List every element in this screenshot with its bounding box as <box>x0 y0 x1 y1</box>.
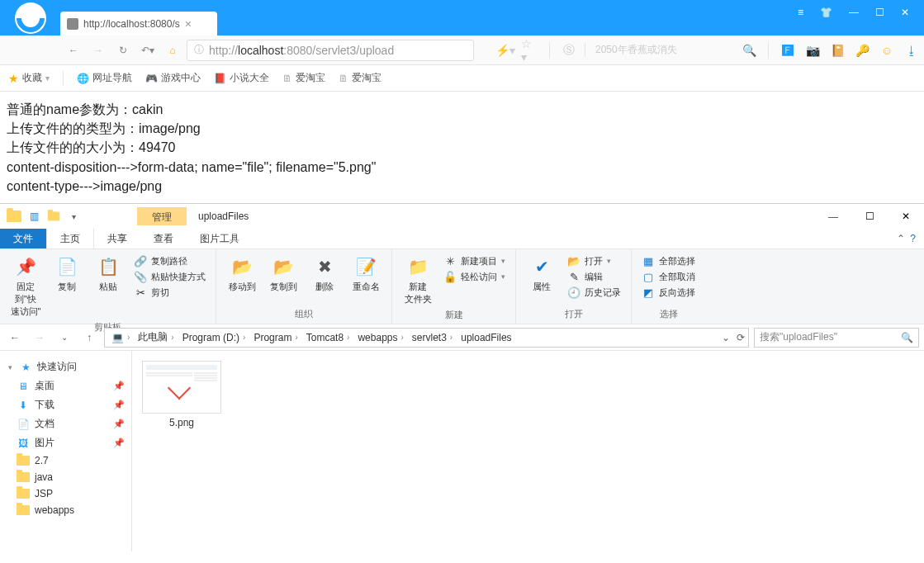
qat-dropdown-icon[interactable]: ▾ <box>64 207 83 225</box>
copy-to-button[interactable]: 📂复制到 <box>264 253 302 295</box>
page-favicon <box>67 18 78 30</box>
desktop-icon: 🖥 <box>17 381 30 392</box>
tab-view[interactable]: 查看 <box>140 229 187 248</box>
breadcrumb-item[interactable]: Tomcat8› <box>303 332 353 343</box>
explorer-maximize-icon[interactable]: ☐ <box>851 205 888 228</box>
note-icon[interactable]: 📔 <box>828 41 846 59</box>
tab-picture-tools[interactable]: 图片工具 <box>187 229 253 248</box>
site-info-icon[interactable]: ⓘ <box>194 43 204 57</box>
tab-home[interactable]: 主页 <box>46 229 94 248</box>
explorer-minimize-icon[interactable]: — <box>815 205 851 228</box>
history-icon: 🕘 <box>567 286 580 299</box>
explorer-up-button[interactable]: ↑ <box>79 328 99 348</box>
menu-icon[interactable]: ≡ <box>798 7 803 18</box>
select-all-button[interactable]: ▦全部选择 <box>642 254 695 267</box>
skin-icon[interactable]: 👕 <box>820 7 832 18</box>
context-tab-manage[interactable]: 管理 <box>137 207 187 225</box>
nav-folder-java[interactable]: java <box>3 469 128 485</box>
explorer-recent-button[interactable]: ⌄ <box>54 328 74 348</box>
qat-new-icon[interactable] <box>45 207 63 225</box>
cut-button[interactable]: ✂剪切 <box>134 286 206 299</box>
browser-tab[interactable]: http://localhost:8080/s × <box>60 12 217 35</box>
translate-icon[interactable]: 🅵 <box>779 41 797 59</box>
speed-icon[interactable]: ⚡▾ <box>496 41 514 59</box>
breadcrumb-item[interactable]: servlet3› <box>409 332 456 343</box>
maximize-icon[interactable]: ☐ <box>875 7 884 18</box>
rename-button[interactable]: 📝重命名 <box>347 253 385 295</box>
nav-downloads[interactable]: ⬇下载📌 <box>3 395 128 414</box>
nav-documents[interactable]: 📄文档📌 <box>3 414 128 433</box>
screenshot-icon[interactable]: 📷 <box>803 41 822 59</box>
explorer-search-box[interactable]: 搜索"uploadFiles" 🔍 <box>754 328 919 348</box>
paste-button[interactable]: 📋粘贴 <box>89 253 127 295</box>
explorer-close-icon[interactable]: ✕ <box>888 205 924 228</box>
help-icon[interactable]: ? <box>910 233 916 244</box>
bookmark-taobao2[interactable]: 🗎爱淘宝 <box>339 71 381 85</box>
restore-button[interactable]: ↶▾ <box>137 40 159 61</box>
sogou-icon[interactable]: Ⓢ <box>560 41 578 59</box>
search-box[interactable]: 2050年香蕉或消失 <box>585 43 733 57</box>
favorites-button[interactable]: ★收藏▾ <box>8 71 50 85</box>
pin-quickaccess-button[interactable]: 📌固定到"快 速访问" <box>7 253 45 319</box>
breadcrumb-item[interactable]: uploadFiles <box>457 332 514 343</box>
properties-button[interactable]: ✔属性 <box>523 253 561 295</box>
search-icon[interactable]: 🔍 <box>740 41 758 59</box>
file-item[interactable]: 5.png <box>142 361 221 428</box>
paste-shortcut-button[interactable]: 📎粘贴快捷方式 <box>134 270 206 283</box>
breadcrumb-item[interactable]: Program (D:)› <box>179 332 249 343</box>
delete-button[interactable]: ✖删除 <box>306 253 344 295</box>
page-icon: 🗎 <box>339 73 348 84</box>
move-to-button[interactable]: 📂移动到 <box>223 253 261 295</box>
breadcrumb[interactable]: 💻› 此电脑› Program (D:)› Program› Tomcat8› … <box>104 328 749 348</box>
home-button[interactable]: ⌂ <box>162 40 183 61</box>
tab-close-icon[interactable]: × <box>185 17 192 31</box>
file-name: 5.png <box>169 417 194 428</box>
shortcut-icon: 📎 <box>134 270 147 283</box>
bookmark-game[interactable]: 🎮游戏中心 <box>145 71 201 85</box>
collapse-ribbon-icon[interactable]: ⌃ <box>897 233 905 244</box>
bookmark-nav[interactable]: 🌐网址导航 <box>77 71 132 85</box>
tab-share[interactable]: 共享 <box>94 229 140 248</box>
breadcrumb-item[interactable]: Program› <box>250 332 301 343</box>
invert-selection-button[interactable]: ◩反向选择 <box>642 286 695 299</box>
favorite-icon[interactable]: ☆ ▾ <box>521 41 539 59</box>
breadcrumb-item[interactable]: webapps› <box>354 332 406 343</box>
nav-desktop[interactable]: 🖥桌面📌 <box>3 376 128 395</box>
reload-button[interactable]: ↻ <box>112 40 134 61</box>
download-icon[interactable]: ⭳ <box>903 41 921 59</box>
folder-icon <box>17 471 30 483</box>
ribbon-tabs: 文件 主页 共享 查看 图片工具 ⌃? <box>0 229 924 248</box>
refresh-icon[interactable]: ⟳ <box>737 332 745 343</box>
copy-path-button[interactable]: 🔗复制路径 <box>134 254 206 267</box>
history-button[interactable]: 🕘历史记录 <box>567 286 621 299</box>
breadcrumb-dropdown-icon[interactable]: ⌄ <box>722 332 730 343</box>
nav-quick-access[interactable]: ★快速访问 <box>3 357 128 376</box>
qat-folder-icon[interactable] <box>5 207 23 225</box>
new-folder-button[interactable]: 📁新建 文件夹 <box>399 253 437 307</box>
tab-file[interactable]: 文件 <box>0 229 46 248</box>
close-icon[interactable]: ✕ <box>901 7 909 18</box>
bookmark-novel[interactable]: 📕小说大全 <box>214 71 269 85</box>
search-icon[interactable]: 🔍 <box>901 332 913 343</box>
minimize-icon[interactable]: — <box>849 7 859 18</box>
open-button[interactable]: 📂打开 ▾ <box>567 254 621 267</box>
nav-folder-webapps[interactable]: webapps <box>3 502 128 518</box>
copyto-icon: 📂 <box>271 254 296 279</box>
bookmark-taobao1[interactable]: 🗎爱淘宝 <box>282 71 325 85</box>
nav-pictures[interactable]: 🖼图片📌 <box>3 433 128 452</box>
copy-button[interactable]: 📄复制 <box>48 253 86 295</box>
easy-access-button[interactable]: 🔓轻松访问 ▾ <box>443 270 505 283</box>
new-item-button[interactable]: ✳新建项目 ▾ <box>443 254 505 267</box>
address-bar[interactable]: ⓘ http://localhost:8080/servlet3/upload <box>187 40 474 61</box>
breadcrumb-item[interactable]: 此电脑› <box>135 330 177 344</box>
face-icon[interactable]: ☺ <box>878 41 896 59</box>
nav-folder-jsp[interactable]: JSP <box>3 485 128 502</box>
nav-folder-27[interactable]: 2.7 <box>3 452 128 469</box>
qat-props-icon[interactable]: ▥ <box>25 207 43 225</box>
file-list[interactable]: 5.png <box>132 351 924 551</box>
explorer-back-button[interactable]: ← <box>5 328 25 348</box>
select-none-button[interactable]: ▢全部取消 <box>642 270 695 283</box>
back-button[interactable]: ← <box>63 40 84 61</box>
edit-button[interactable]: ✎编辑 <box>567 270 621 283</box>
key-icon[interactable]: 🔑 <box>853 41 871 59</box>
